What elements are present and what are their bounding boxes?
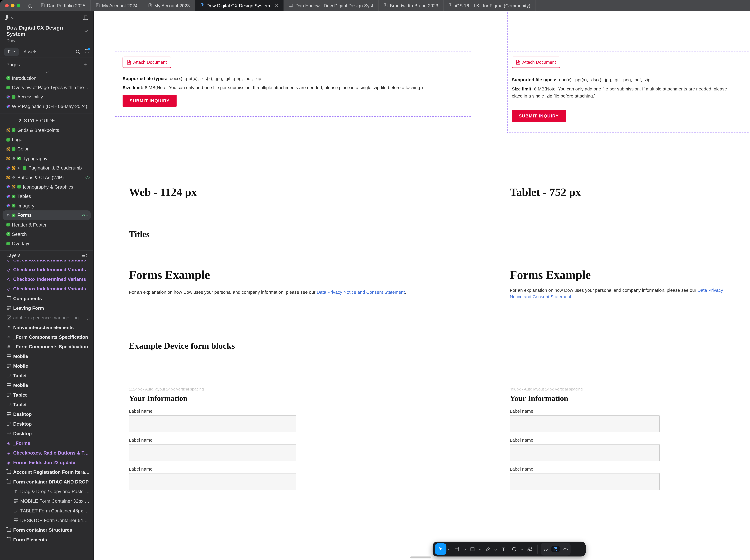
- page-row[interactable]: WIP Pagination (DH - 06-May-2024): [0, 102, 93, 111]
- chevron-down-icon[interactable]: [85, 29, 88, 32]
- layer-row[interactable]: Desktop: [0, 429, 93, 438]
- layer-row[interactable]: Components: [0, 294, 93, 303]
- text-input[interactable]: [129, 473, 296, 490]
- layer-row[interactable]: Account Registration Form Iteration exam…: [0, 467, 93, 477]
- layer-row[interactable]: ◇Checkbox Indetermined Variants: [0, 260, 93, 265]
- shape-tool-chevron-icon[interactable]: [479, 548, 482, 550]
- layer-row[interactable]: #_Form Components Specification: [0, 332, 93, 342]
- page-row[interactable]: ⚙Pagination & Breadcrumb: [0, 163, 93, 173]
- actions-tool-button[interactable]: [525, 544, 534, 555]
- file-tab[interactable]: Brandwidth Brand 2023: [379, 0, 444, 11]
- layer-row[interactable]: Form container Structures: [0, 525, 93, 535]
- page-row[interactable]: Imagery: [0, 201, 93, 211]
- chevron-down-icon[interactable]: [11, 16, 14, 19]
- page-row[interactable]: Introduction: [0, 73, 93, 83]
- file-tab[interactable]: Dan Harlow - Dow Digital Design Syst: [284, 0, 379, 11]
- page-row[interactable]: ⚙Forms</ >: [3, 211, 91, 220]
- move-tool-chevron-icon[interactable]: [448, 548, 451, 550]
- canvas[interactable]: Attach Document Supported file types: .d…: [94, 11, 750, 560]
- layer-row[interactable]: MOBILE Form Container 32px Vertical spac…: [0, 496, 93, 506]
- layer-row[interactable]: adobe-experience-manager-logo-2532777: [0, 313, 93, 322]
- layer-row[interactable]: ◈Checkboxes, Radio Buttons & Toggles Jun…: [0, 448, 93, 458]
- layer-row[interactable]: Mobile: [0, 381, 93, 390]
- figma-menu-icon[interactable]: [5, 15, 9, 20]
- file-tab[interactable]: My Account 2024: [91, 0, 143, 11]
- file-name[interactable]: Dow Digital CX Design System: [6, 25, 81, 37]
- pen-tool-button[interactable]: [483, 544, 493, 555]
- attach-document-button[interactable]: Attach Document: [123, 57, 171, 68]
- layer-row[interactable]: Tablet: [0, 390, 93, 400]
- horizontal-scrollbar[interactable]: [410, 556, 431, 558]
- layer-row[interactable]: #Native interactive elements: [0, 323, 93, 332]
- page-row[interactable]: Color: [0, 144, 93, 154]
- ellipse-tool-button[interactable]: [509, 544, 519, 555]
- page-row[interactable]: Iconography & Graphics: [0, 182, 93, 192]
- shape-tool-button[interactable]: [468, 544, 477, 555]
- file-tab[interactable]: iOS 16 UI Kit for Figma (Community): [444, 0, 536, 11]
- dev-mode-toggle[interactable]: [551, 546, 560, 552]
- layer-row[interactable]: ◈Forms Fields Jun 23 update: [0, 458, 93, 467]
- layer-row[interactable]: ◇Checkbox Indetermined Variants: [0, 284, 93, 294]
- layer-row[interactable]: Desktop: [0, 409, 93, 419]
- move-tool-button[interactable]: [435, 543, 446, 555]
- home-button[interactable]: [25, 0, 36, 11]
- close-window-button[interactable]: [5, 4, 9, 7]
- page-row[interactable]: Overview of Page Types within the Dow.co…: [0, 83, 93, 92]
- file-tab[interactable]: Dan Portfolio 2025: [36, 0, 91, 11]
- attach-document-button[interactable]: Attach Document: [512, 57, 560, 68]
- pages-section-header[interactable]: 2. STYLE GUIDE: [0, 116, 93, 125]
- tab-assets[interactable]: Assets: [23, 49, 38, 54]
- layer-row[interactable]: ◇Checkbox Indetermined Variants: [0, 265, 93, 274]
- file-tab[interactable]: My Account 2023: [143, 0, 195, 11]
- tab-file[interactable]: File: [4, 47, 19, 56]
- page-row[interactable]: Search: [0, 229, 93, 239]
- page-row[interactable]: Accessibility: [0, 92, 93, 102]
- layer-row[interactable]: Tablet: [0, 371, 93, 380]
- submit-inquiry-button[interactable]: SUBMIT INQUIRY: [123, 95, 177, 107]
- submit-inquiry-button[interactable]: SUBMIT INQUIRY: [512, 110, 566, 122]
- page-row-clipped[interactable]: [0, 69, 93, 73]
- layer-row[interactable]: Desktop: [0, 419, 93, 429]
- layer-row[interactable]: Form container DRAG AND DROP: [0, 477, 93, 487]
- text-input[interactable]: [510, 415, 660, 432]
- privacy-link[interactable]: Data Privacy Notice and Consent Statemen…: [317, 289, 405, 295]
- text-input[interactable]: [510, 473, 660, 490]
- code-tool-button[interactable]: </>: [561, 547, 569, 552]
- page-row[interactable]: Logo: [0, 135, 93, 144]
- page-row[interactable]: ⚙Buttons & CTAs (WIP)</ >: [0, 173, 93, 182]
- page-row[interactable]: Header & Footer: [0, 220, 93, 229]
- draw-tool-button[interactable]: [542, 544, 550, 555]
- add-page-button[interactable]: +: [83, 61, 87, 68]
- text-input[interactable]: [129, 444, 296, 461]
- text-input[interactable]: [510, 444, 660, 461]
- library-button[interactable]: [85, 49, 89, 55]
- layer-row[interactable]: Mobile: [0, 352, 93, 361]
- layer-row[interactable]: Mobile: [0, 361, 93, 371]
- layer-row[interactable]: ◈_Forms: [0, 439, 93, 448]
- window-controls[interactable]: [0, 0, 25, 11]
- layer-row[interactable]: Leaving Form: [0, 303, 93, 313]
- file-tab[interactable]: Dow Digital CX Design System✕: [195, 0, 284, 11]
- search-icon[interactable]: [76, 49, 80, 54]
- pen-tool-chevron-icon[interactable]: [494, 548, 497, 550]
- frame-tool-button[interactable]: [452, 544, 462, 555]
- layer-row[interactable]: TABLET Form Container 48px Vertical spac…: [0, 506, 93, 516]
- frame-tool-chevron-icon[interactable]: [463, 548, 466, 550]
- page-row[interactable]: ⚙Typography: [0, 154, 93, 163]
- page-row[interactable]: Grids & Breakpoints: [0, 125, 93, 135]
- text-tool-button[interactable]: [499, 544, 508, 555]
- layer-row[interactable]: TDrag & Drop / Copy and Paste these to c…: [0, 487, 93, 496]
- layer-row[interactable]: Form Elements: [0, 535, 93, 544]
- text-input[interactable]: [129, 415, 296, 432]
- layer-row[interactable]: #_Form Components Specification: [0, 342, 93, 352]
- minimize-window-button[interactable]: [11, 4, 15, 7]
- layer-row[interactable]: DESKTOP Form Container 64px Vertical spa…: [0, 516, 93, 525]
- toggle-sidebar-icon[interactable]: [83, 16, 88, 20]
- layers-options-icon[interactable]: [82, 254, 87, 257]
- ellipse-tool-chevron-icon[interactable]: [520, 548, 524, 550]
- layer-row[interactable]: Tablet: [0, 400, 93, 409]
- page-row[interactable]: Tables: [0, 192, 93, 201]
- zoom-window-button[interactable]: [17, 4, 20, 7]
- layer-row[interactable]: ◇Checkbox Indetermined Variants: [0, 274, 93, 284]
- page-row[interactable]: Overlays: [0, 239, 93, 248]
